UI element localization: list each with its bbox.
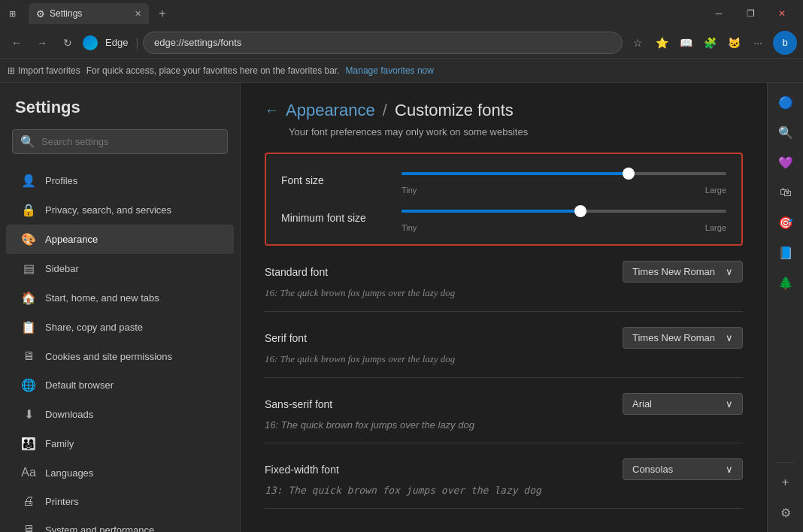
sans-serif-font-label: Sans-serif font — [265, 398, 332, 410]
favorites-hint-text: For quick access, place your favorites h… — [86, 65, 340, 76]
sans-serif-font-preview: 16: The quick brown fox jumps over the l… — [265, 419, 743, 431]
sidebar-item-start-home[interactable]: 🏠 Start, home, and new tabs — [6, 283, 234, 313]
more-button[interactable]: ··· — [747, 32, 768, 53]
serif-font-label: Serif font — [265, 332, 307, 344]
collections-icon[interactable]: ⭐ — [651, 32, 672, 53]
sidebar-item-system[interactable]: 🖥 System and performance — [6, 515, 234, 532]
settings-tab[interactable]: ⚙ Settings ✕ — [29, 3, 149, 24]
min-font-size-thumb[interactable] — [574, 205, 586, 217]
settings-tab-label: Settings — [50, 8, 82, 19]
rs-rewards-icon[interactable]: 🌲 — [772, 269, 799, 296]
fixed-width-font-value: Consolas — [632, 464, 673, 475]
sidebar-item-default-browser[interactable]: 🌐 Default browser — [6, 370, 234, 400]
restore-button[interactable]: ❐ — [735, 0, 765, 27]
appearance-icon: 🎨 — [21, 232, 36, 246]
min-font-size-slider-container: Tiny Large — [402, 204, 726, 232]
sidebar-item-family[interactable]: 👨‍👩‍👧 Family — [6, 429, 234, 458]
window-controls-right: ─ ❐ ✕ — [704, 0, 797, 27]
serif-font-row: Serif font Times New Roman ∨ 16: The qui… — [265, 327, 743, 378]
standard-font-header: Standard font Times New Roman ∨ — [265, 261, 743, 283]
sidebar-item-downloads[interactable]: ⬇ Downloads — [6, 400, 234, 429]
extensions-icon[interactable]: 🧩 — [699, 32, 720, 53]
back-button[interactable]: ← — [265, 103, 278, 119]
sidebar-item-label: Share, copy and paste — [45, 322, 143, 333]
bing-button[interactable]: b — [773, 31, 797, 55]
sans-serif-font-value: Arial — [632, 398, 652, 410]
rs-copilot-icon[interactable]: 🔵 — [772, 89, 799, 116]
main-layout: Settings 🔍 👤 Profiles 🔒 Privacy, search,… — [0, 83, 803, 532]
search-settings-input[interactable] — [41, 136, 220, 147]
titlebar: ⊞ ⚙ Settings ✕ + ─ ❐ ✕ — [0, 0, 803, 27]
font-size-tiny-label: Tiny — [402, 186, 417, 195]
sidebar-item-label: Printers — [45, 496, 79, 507]
breadcrumb-link[interactable]: Appearance — [286, 101, 375, 119]
sidebar-item-cookies[interactable]: 🖥 Cookies and site permissions — [6, 342, 234, 370]
reading-view-icon[interactable]: 📖 — [675, 32, 696, 53]
sans-serif-font-dropdown[interactable]: Arial ∨ — [623, 393, 743, 415]
sidebar-item-appearance[interactable]: 🎨 Appearance — [6, 225, 234, 254]
favorites-icon[interactable]: ☆ — [627, 32, 648, 53]
url-separator: | — [135, 37, 138, 49]
standard-font-dropdown[interactable]: Times New Roman ∨ — [623, 261, 743, 283]
sidebar-item-label: System and performance — [45, 524, 154, 533]
share-copy-icon: 📋 — [21, 320, 36, 334]
rs-settings-icon[interactable]: ⚙ — [772, 499, 799, 526]
font-size-fill — [402, 172, 629, 175]
close-button[interactable]: ✕ — [767, 0, 797, 27]
new-tab-button[interactable]: + — [152, 3, 173, 24]
minimize-button[interactable]: ─ — [704, 0, 734, 27]
sidebar-item-label: Default browser — [45, 379, 114, 391]
min-font-size-large-label: Large — [705, 223, 726, 232]
font-size-slider-wrap[interactable] — [402, 166, 726, 181]
address-input[interactable] — [143, 32, 623, 54]
window-controls-left: ⊞ — [6, 8, 18, 20]
rs-games-icon[interactable]: 🎯 — [772, 209, 799, 236]
tab-switcher-icon[interactable]: ⊞ — [6, 8, 18, 20]
sidebar-item-languages[interactable]: Aa Languages — [6, 458, 234, 487]
subtitle-text: Your font preferences may only work on s… — [265, 126, 743, 138]
refresh-button[interactable]: ↻ — [57, 32, 78, 53]
sidebar-item-privacy[interactable]: 🔒 Privacy, search, and services — [6, 195, 234, 225]
edge-label: Edge — [102, 37, 131, 48]
min-font-size-slider-wrap[interactable] — [402, 204, 726, 219]
rs-add-icon[interactable]: + — [772, 469, 799, 496]
tab-close-button[interactable]: ✕ — [135, 9, 141, 19]
min-font-size-label: Minimum font size — [281, 212, 402, 224]
addressbar: ← → ↻ Edge | ☆ ⭐ 📖 🧩 🐱 ··· b — [0, 27, 803, 59]
min-font-size-fill — [402, 210, 580, 213]
profile-icon[interactable]: 🐱 — [723, 32, 744, 53]
serif-font-header: Serif font Times New Roman ∨ — [265, 327, 743, 349]
search-settings-box[interactable]: 🔍 — [12, 129, 228, 154]
page-header: ← Appearance / Customize fonts — [265, 101, 743, 120]
serif-font-dropdown[interactable]: Times New Roman ∨ — [623, 327, 743, 349]
sidebar-item-share-copy[interactable]: 📋 Share, copy and paste — [6, 313, 234, 342]
sidebar-item-sidebar[interactable]: ▤ Sidebar — [6, 254, 234, 283]
rs-shopping-icon[interactable]: 🛍 — [772, 179, 799, 206]
sidebar-item-label: Family — [45, 438, 74, 449]
default-browser-icon: 🌐 — [21, 378, 36, 392]
rs-collections-icon[interactable]: 💜 — [772, 149, 799, 176]
min-font-size-row: Minimum font size Tiny Large — [281, 204, 726, 232]
back-nav-button[interactable]: ← — [6, 32, 27, 53]
profiles-icon: 👤 — [21, 174, 36, 188]
rs-office-icon[interactable]: 📘 — [772, 239, 799, 266]
font-size-track — [402, 172, 726, 175]
forward-nav-button[interactable]: → — [32, 32, 53, 53]
serif-font-preview: 16: The quick brown fox jumps over the l… — [265, 353, 743, 365]
manage-favorites-link[interactable]: Manage favorites now — [346, 65, 434, 76]
fixed-width-font-dropdown[interactable]: Consolas ∨ — [623, 458, 743, 480]
sidebar-item-printers[interactable]: 🖨 Printers — [6, 487, 234, 515]
sidebar-item-label: Cookies and site permissions — [45, 351, 172, 362]
fixed-width-font-row: Fixed-width font Consolas ∨ 13: The quic… — [265, 458, 743, 509]
fixed-width-font-label: Fixed-width font — [265, 464, 339, 476]
cookies-icon: 🖥 — [21, 349, 36, 363]
font-size-thumb[interactable] — [623, 168, 635, 180]
sidebar-item-profiles[interactable]: 👤 Profiles — [6, 166, 234, 195]
settings-title: Settings — [0, 98, 240, 129]
import-favorites-button[interactable]: ⊞ Import favorites — [8, 65, 80, 76]
favorites-bar: ⊞ Import favorites For quick access, pla… — [0, 59, 803, 83]
rs-search-icon[interactable]: 🔍 — [772, 119, 799, 146]
standard-font-chevron: ∨ — [726, 266, 733, 277]
sans-serif-font-header: Sans-serif font Arial ∨ — [265, 393, 743, 415]
page-title-text: Customize fonts — [395, 101, 514, 119]
